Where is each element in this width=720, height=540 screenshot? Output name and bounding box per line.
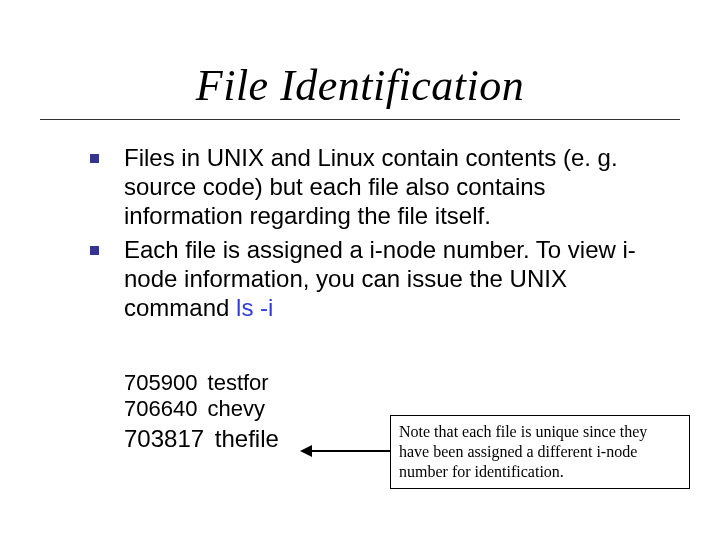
bullet-list: Files in UNIX and Linux contain contents… (0, 144, 720, 323)
bullet-text: Each file is assigned a i-node number. T… (124, 236, 636, 321)
arrow-shaft (310, 450, 396, 452)
inode-filename: chevy (208, 396, 265, 421)
command-text: ls -i (236, 294, 273, 321)
square-bullet-icon (90, 154, 99, 163)
slide: File Identification Files in UNIX and Li… (0, 0, 720, 540)
inode-row: 705900 testfor (124, 370, 279, 396)
bullet-item: Each file is assigned a i-node number. T… (90, 236, 656, 322)
bullet-text: Files in UNIX and Linux contain contents… (124, 144, 618, 229)
inode-row: 706640 chevy (124, 396, 279, 422)
bullet-item: Files in UNIX and Linux contain contents… (90, 144, 656, 230)
inode-filename: testfor (208, 370, 269, 395)
note-box: Note that each file is unique since they… (390, 415, 690, 489)
inode-number: 705900 (124, 370, 197, 395)
inode-number: 706640 (124, 396, 197, 421)
arrow-left-icon (300, 445, 396, 457)
inode-number: 703817 (124, 425, 204, 452)
inode-listing: 705900 testfor 706640 chevy 703817 thefi… (124, 370, 279, 454)
inode-row: 703817 thefile (124, 425, 279, 454)
title-underline (40, 119, 680, 120)
square-bullet-icon (90, 246, 99, 255)
arrow-head (300, 445, 312, 457)
inode-filename: thefile (215, 425, 279, 452)
slide-title: File Identification (0, 0, 720, 119)
